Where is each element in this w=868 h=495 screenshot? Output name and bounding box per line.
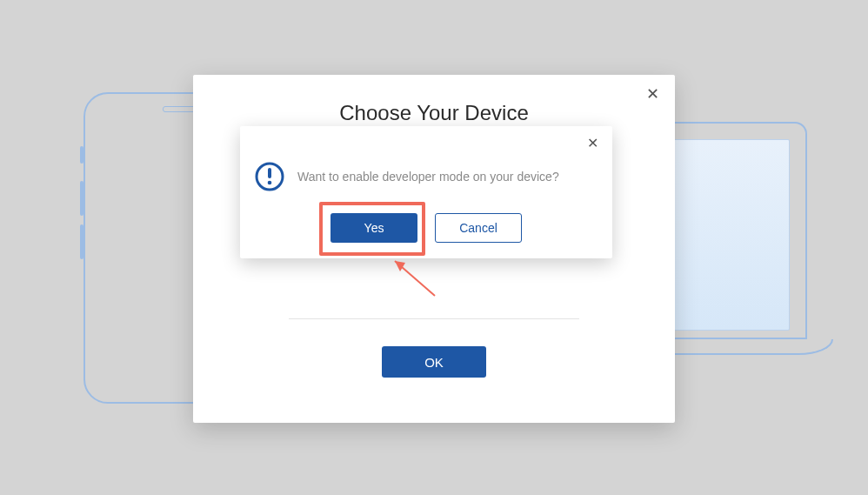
dialog-title: Choose Your Device (193, 101, 675, 125)
divider (289, 318, 579, 319)
close-icon: ✕ (587, 135, 598, 151)
exclamation-circle-icon (254, 161, 285, 192)
close-button[interactable]: ✕ (642, 84, 663, 104)
ok-button[interactable]: OK (382, 346, 486, 378)
svg-point-2 (268, 181, 272, 185)
cancel-button[interactable]: Cancel (435, 213, 522, 243)
yes-button-label: Yes (364, 221, 384, 235)
close-button[interactable]: ✕ (583, 133, 602, 152)
ok-button-label: OK (424, 355, 444, 370)
yes-button[interactable]: Yes (331, 213, 417, 243)
cancel-button-label: Cancel (459, 221, 497, 235)
close-icon: ✕ (646, 84, 659, 104)
confirm-message: Want to enable developer mode on your de… (297, 170, 559, 184)
confirm-developer-mode-dialog: ✕ Want to enable developer mode on your … (240, 126, 612, 258)
svg-rect-1 (268, 168, 271, 178)
